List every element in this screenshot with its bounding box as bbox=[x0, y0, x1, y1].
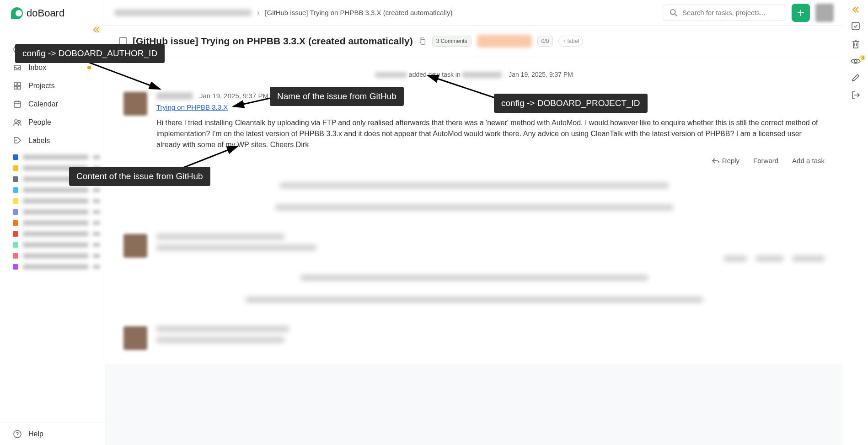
label-swatch-icon bbox=[13, 209, 18, 215]
label-item[interactable] bbox=[13, 239, 105, 250]
label-item[interactable] bbox=[13, 196, 105, 207]
svg-point-8 bbox=[16, 140, 17, 141]
complete-task-icon[interactable] bbox=[851, 21, 861, 31]
add-task-button[interactable]: Add a task bbox=[792, 157, 825, 164]
label-count-blur bbox=[93, 155, 100, 159]
sidebar-collapse-icon[interactable] bbox=[93, 26, 100, 33]
blurred-content bbox=[280, 183, 669, 188]
label-name-blur bbox=[23, 221, 88, 225]
blurred-content bbox=[246, 297, 703, 302]
blurred-content bbox=[300, 275, 648, 281]
nav-help[interactable]: Help bbox=[0, 423, 105, 445]
label-swatch-icon bbox=[13, 220, 18, 226]
label-item[interactable] bbox=[13, 228, 105, 239]
nav-calendar[interactable]: Calendar bbox=[0, 95, 105, 113]
svg-rect-2 bbox=[18, 83, 21, 85]
label-swatch-icon bbox=[13, 242, 18, 248]
label-swatch-icon bbox=[13, 187, 18, 193]
svg-point-7 bbox=[18, 121, 21, 123]
label-item[interactable] bbox=[13, 207, 105, 217]
search-input[interactable] bbox=[682, 9, 779, 16]
search-icon bbox=[670, 9, 678, 17]
nav-labels-label: Labels bbox=[28, 137, 50, 145]
nav-projects[interactable]: Projects bbox=[0, 77, 105, 95]
system-project-blur[interactable] bbox=[462, 72, 502, 78]
copy-icon[interactable] bbox=[418, 37, 427, 45]
label-item[interactable] bbox=[13, 152, 105, 163]
post-author-avatar[interactable] bbox=[123, 92, 147, 116]
svg-point-13 bbox=[854, 60, 857, 63]
label-item[interactable] bbox=[13, 185, 105, 196]
svg-rect-3 bbox=[14, 86, 17, 89]
svg-rect-1 bbox=[14, 83, 17, 85]
label-item[interactable] bbox=[13, 217, 105, 228]
system-author-blur bbox=[375, 72, 407, 78]
logo-mark-icon bbox=[11, 7, 23, 19]
system-added-date: Jan 19, 2025, 9:37 PM bbox=[509, 71, 573, 78]
reply-button[interactable]: Reply bbox=[712, 157, 739, 164]
svg-point-10 bbox=[670, 9, 675, 14]
delete-icon[interactable] bbox=[851, 39, 860, 49]
exit-icon[interactable] bbox=[851, 90, 860, 100]
post-actions: Reply Forward Add a task bbox=[156, 157, 825, 164]
logo[interactable]: doBoard bbox=[0, 0, 105, 26]
inbox-badge-icon bbox=[87, 66, 91, 69]
callout-content: Content of the issue from GitHub bbox=[69, 167, 210, 186]
label-count-blur bbox=[93, 254, 100, 258]
nav-projects-label: Projects bbox=[28, 82, 55, 90]
nav-help-label: Help bbox=[28, 430, 43, 438]
label-count-blur bbox=[93, 243, 100, 247]
forward-button[interactable]: Forward bbox=[753, 157, 778, 164]
label-item[interactable] bbox=[13, 261, 105, 272]
breadcrumb-current: [GitHub issue] Trying on PHPBB 3.3.X (cr… bbox=[265, 9, 452, 16]
new-button[interactable] bbox=[792, 4, 810, 22]
breadcrumb-parent[interactable] bbox=[114, 10, 252, 16]
callout-author: config -> DOBOARD_AUTHOR_ID bbox=[15, 44, 165, 63]
label-swatch-icon bbox=[13, 231, 18, 237]
blurred-comment bbox=[123, 234, 825, 261]
edit-icon[interactable] bbox=[851, 73, 860, 82]
label-name-blur bbox=[23, 243, 88, 247]
label-name-blur bbox=[23, 155, 88, 159]
right-rail: 3 bbox=[843, 0, 868, 445]
blurred-content bbox=[275, 205, 673, 210]
topbar: › [GitHub issue] Trying on PHPBB 3.3.X (… bbox=[105, 0, 843, 26]
label-count-blur bbox=[93, 265, 100, 269]
inbox-icon bbox=[13, 63, 22, 72]
label-swatch-icon bbox=[13, 198, 18, 204]
account-avatar[interactable] bbox=[815, 4, 834, 22]
people-icon bbox=[13, 118, 22, 127]
post-author-name[interactable] bbox=[156, 92, 193, 100]
label-count-blur bbox=[93, 221, 100, 225]
grid-icon bbox=[13, 81, 22, 90]
comments-count-badge[interactable]: 3 Comments bbox=[432, 36, 472, 47]
add-label-button[interactable]: + label bbox=[558, 36, 583, 47]
label-name-blur bbox=[23, 188, 88, 192]
label-name-blur bbox=[23, 232, 88, 236]
breadcrumb-sep-icon: › bbox=[257, 9, 259, 17]
label-swatch-icon bbox=[13, 264, 18, 270]
svg-rect-5 bbox=[14, 101, 21, 107]
label-name-blur bbox=[23, 265, 88, 269]
system-added-line: added new task in Jan 19, 2025, 9:37 PM bbox=[123, 71, 825, 78]
label-swatch-icon bbox=[13, 253, 18, 259]
watch-icon[interactable]: 3 bbox=[850, 58, 861, 65]
sidebar: doBoard Me Inbox Projects Calendar bbox=[0, 0, 105, 445]
svg-rect-4 bbox=[18, 86, 21, 89]
assignee-chip[interactable] bbox=[477, 35, 532, 48]
logo-text: doBoard bbox=[27, 7, 64, 19]
search-box[interactable] bbox=[663, 5, 786, 21]
nav-labels[interactable]: Labels bbox=[0, 132, 105, 150]
nav-inbox-label: Inbox bbox=[28, 64, 46, 72]
rail-collapse-icon[interactable] bbox=[852, 6, 859, 13]
svg-point-9 bbox=[14, 430, 21, 438]
post-date: Jan 19, 2025, 9:37 PM bbox=[199, 92, 268, 100]
nav-people[interactable]: People bbox=[0, 113, 105, 132]
nav-people-label: People bbox=[28, 118, 51, 127]
github-issue-link[interactable]: Trying on PHPBB 3.3.X bbox=[156, 103, 228, 111]
watch-count: 3 bbox=[859, 55, 866, 61]
svg-point-6 bbox=[15, 120, 17, 122]
callout-project: config -> DOBOARD_PROJECT_ID bbox=[494, 94, 648, 113]
task-title: [GitHub issue] Trying on PHPBB 3.3.X (cr… bbox=[133, 36, 413, 47]
label-item[interactable] bbox=[13, 250, 105, 261]
